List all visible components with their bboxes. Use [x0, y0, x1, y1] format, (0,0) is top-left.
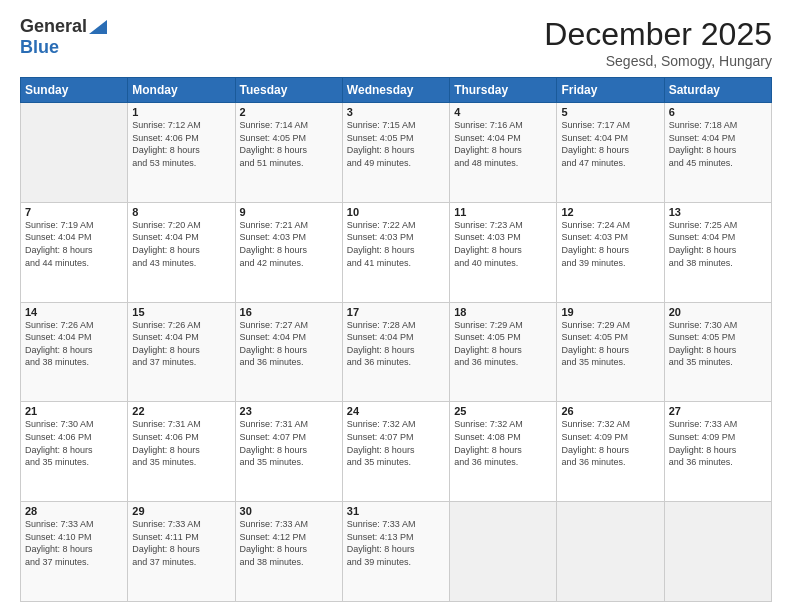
sunrise-text: Sunrise: 7:18 AM — [669, 119, 767, 132]
daylight-text: Daylight: 8 hours — [240, 244, 338, 257]
daylight-text: Daylight: 8 hours — [240, 144, 338, 157]
table-row: 7Sunrise: 7:19 AMSunset: 4:04 PMDaylight… — [21, 202, 128, 302]
table-row: 3Sunrise: 7:15 AMSunset: 4:05 PMDaylight… — [342, 103, 449, 203]
header-thursday: Thursday — [450, 78, 557, 103]
table-row — [664, 502, 771, 602]
sunset-text: Sunset: 4:05 PM — [561, 331, 659, 344]
sunset-text: Sunset: 4:03 PM — [347, 231, 445, 244]
daylight-text: Daylight: 8 hours — [454, 244, 552, 257]
daylight-text: Daylight: 8 hours — [25, 543, 123, 556]
sunrise-text: Sunrise: 7:32 AM — [561, 418, 659, 431]
calendar-week-3: 21Sunrise: 7:30 AMSunset: 4:06 PMDayligh… — [21, 402, 772, 502]
sunset-text: Sunset: 4:04 PM — [25, 331, 123, 344]
sunrise-text: Sunrise: 7:20 AM — [132, 219, 230, 232]
table-row — [450, 502, 557, 602]
sunrise-text: Sunrise: 7:24 AM — [561, 219, 659, 232]
sunset-text: Sunset: 4:08 PM — [454, 431, 552, 444]
sunrise-text: Sunrise: 7:28 AM — [347, 319, 445, 332]
table-row: 27Sunrise: 7:33 AMSunset: 4:09 PMDayligh… — [664, 402, 771, 502]
daylight-text: Daylight: 8 hours — [132, 144, 230, 157]
daylight-text: Daylight: 8 hours — [454, 344, 552, 357]
calendar-week-2: 14Sunrise: 7:26 AMSunset: 4:04 PMDayligh… — [21, 302, 772, 402]
sunrise-text: Sunrise: 7:27 AM — [240, 319, 338, 332]
daylight-text: Daylight: 8 hours — [132, 344, 230, 357]
table-row: 29Sunrise: 7:33 AMSunset: 4:11 PMDayligh… — [128, 502, 235, 602]
day-info: Sunrise: 7:31 AMSunset: 4:06 PMDaylight:… — [132, 418, 230, 468]
day-info: Sunrise: 7:33 AMSunset: 4:13 PMDaylight:… — [347, 518, 445, 568]
day-info: Sunrise: 7:30 AMSunset: 4:06 PMDaylight:… — [25, 418, 123, 468]
daylight-minutes: and 35 minutes. — [240, 456, 338, 469]
table-row: 22Sunrise: 7:31 AMSunset: 4:06 PMDayligh… — [128, 402, 235, 502]
daylight-text: Daylight: 8 hours — [669, 144, 767, 157]
day-number: 7 — [25, 206, 123, 218]
daylight-text: Daylight: 8 hours — [454, 444, 552, 457]
table-row: 4Sunrise: 7:16 AMSunset: 4:04 PMDaylight… — [450, 103, 557, 203]
sunset-text: Sunset: 4:04 PM — [132, 231, 230, 244]
sunset-text: Sunset: 4:04 PM — [669, 231, 767, 244]
day-number: 9 — [240, 206, 338, 218]
day-number: 30 — [240, 505, 338, 517]
sunrise-text: Sunrise: 7:33 AM — [347, 518, 445, 531]
day-number: 29 — [132, 505, 230, 517]
table-row: 23Sunrise: 7:31 AMSunset: 4:07 PMDayligh… — [235, 402, 342, 502]
daylight-text: Daylight: 8 hours — [347, 144, 445, 157]
sunrise-text: Sunrise: 7:26 AM — [25, 319, 123, 332]
daylight-text: Daylight: 8 hours — [561, 444, 659, 457]
month-title: December 2025 — [544, 16, 772, 53]
day-info: Sunrise: 7:33 AMSunset: 4:09 PMDaylight:… — [669, 418, 767, 468]
daylight-minutes: and 35 minutes. — [347, 456, 445, 469]
sunset-text: Sunset: 4:10 PM — [25, 531, 123, 544]
daylight-minutes: and 41 minutes. — [347, 257, 445, 270]
sunrise-text: Sunrise: 7:23 AM — [454, 219, 552, 232]
sunrise-text: Sunrise: 7:32 AM — [454, 418, 552, 431]
daylight-text: Daylight: 8 hours — [240, 543, 338, 556]
daylight-minutes: and 36 minutes. — [240, 356, 338, 369]
daylight-minutes: and 39 minutes. — [347, 556, 445, 569]
day-number: 24 — [347, 405, 445, 417]
sunset-text: Sunset: 4:03 PM — [240, 231, 338, 244]
day-info: Sunrise: 7:16 AMSunset: 4:04 PMDaylight:… — [454, 119, 552, 169]
daylight-minutes: and 38 minutes. — [669, 257, 767, 270]
sunset-text: Sunset: 4:05 PM — [454, 331, 552, 344]
day-info: Sunrise: 7:22 AMSunset: 4:03 PMDaylight:… — [347, 219, 445, 269]
daylight-text: Daylight: 8 hours — [561, 144, 659, 157]
sunrise-text: Sunrise: 7:30 AM — [669, 319, 767, 332]
table-row: 9Sunrise: 7:21 AMSunset: 4:03 PMDaylight… — [235, 202, 342, 302]
day-number: 17 — [347, 306, 445, 318]
sunset-text: Sunset: 4:09 PM — [669, 431, 767, 444]
header-friday: Friday — [557, 78, 664, 103]
sunrise-text: Sunrise: 7:29 AM — [561, 319, 659, 332]
day-info: Sunrise: 7:12 AMSunset: 4:06 PMDaylight:… — [132, 119, 230, 169]
sunrise-text: Sunrise: 7:16 AM — [454, 119, 552, 132]
sunrise-text: Sunrise: 7:12 AM — [132, 119, 230, 132]
daylight-text: Daylight: 8 hours — [454, 144, 552, 157]
day-number: 6 — [669, 106, 767, 118]
day-number: 23 — [240, 405, 338, 417]
daylight-text: Daylight: 8 hours — [25, 444, 123, 457]
daylight-text: Daylight: 8 hours — [561, 344, 659, 357]
daylight-minutes: and 36 minutes. — [347, 356, 445, 369]
daylight-minutes: and 36 minutes. — [669, 456, 767, 469]
daylight-minutes: and 40 minutes. — [454, 257, 552, 270]
daylight-minutes: and 44 minutes. — [25, 257, 123, 270]
daylight-minutes: and 35 minutes. — [25, 456, 123, 469]
weekday-header-row: Sunday Monday Tuesday Wednesday Thursday… — [21, 78, 772, 103]
table-row: 5Sunrise: 7:17 AMSunset: 4:04 PMDaylight… — [557, 103, 664, 203]
header-wednesday: Wednesday — [342, 78, 449, 103]
day-info: Sunrise: 7:17 AMSunset: 4:04 PMDaylight:… — [561, 119, 659, 169]
day-info: Sunrise: 7:27 AMSunset: 4:04 PMDaylight:… — [240, 319, 338, 369]
sunset-text: Sunset: 4:05 PM — [240, 132, 338, 145]
day-number: 4 — [454, 106, 552, 118]
sunrise-text: Sunrise: 7:14 AM — [240, 119, 338, 132]
daylight-minutes: and 35 minutes. — [669, 356, 767, 369]
daylight-text: Daylight: 8 hours — [347, 344, 445, 357]
sunset-text: Sunset: 4:07 PM — [347, 431, 445, 444]
daylight-text: Daylight: 8 hours — [25, 344, 123, 357]
table-row — [557, 502, 664, 602]
daylight-text: Daylight: 8 hours — [240, 344, 338, 357]
daylight-text: Daylight: 8 hours — [561, 244, 659, 257]
day-number: 27 — [669, 405, 767, 417]
day-number: 11 — [454, 206, 552, 218]
daylight-text: Daylight: 8 hours — [347, 543, 445, 556]
sunset-text: Sunset: 4:04 PM — [669, 132, 767, 145]
